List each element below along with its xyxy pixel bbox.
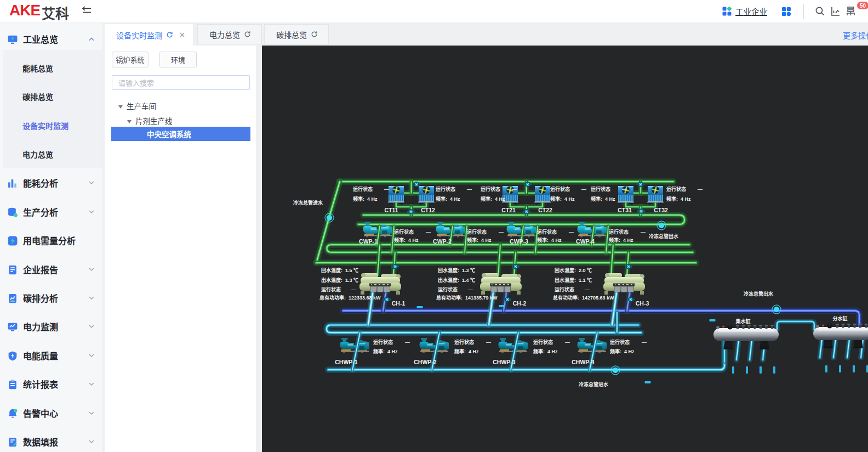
svg-text:CT11: CT11 bbox=[384, 206, 398, 214]
svg-text:—: — bbox=[468, 286, 473, 293]
svg-text:总有功功率: 141335.79 kW: 总有功功率: 141335.79 kW bbox=[436, 294, 498, 301]
svg-text:总有功功率: 142705.63 kW: 总有功功率: 142705.63 kW bbox=[553, 294, 614, 301]
svg-text:CHWP-3: CHWP-3 bbox=[493, 358, 516, 366]
svg-text:—: — bbox=[565, 338, 570, 346]
svg-text:CT12: CT12 bbox=[421, 206, 435, 214]
svg-text:运行状态: 运行状态 bbox=[481, 185, 500, 193]
svg-text:CWP-3: CWP-3 bbox=[510, 237, 528, 245]
svg-text:频率: 4 Hz: 频率: 4 Hz bbox=[537, 236, 562, 244]
svg-text:CT31: CT31 bbox=[618, 206, 632, 214]
svg-text:CHWP-1: CHWP-1 bbox=[335, 358, 358, 366]
svg-text:频率: 4 Hz: 频率: 4 Hz bbox=[550, 195, 575, 202]
svg-text:冷冻总管进水: 冷冻总管进水 bbox=[579, 381, 609, 388]
svg-text:频率: 4 Hz: 频率: 4 Hz bbox=[610, 348, 635, 355]
svg-text:运行状态: 运行状态 bbox=[555, 286, 574, 293]
svg-text:集水缸: 集水缸 bbox=[735, 318, 750, 325]
svg-text:频率: 4 Hz: 频率: 4 Hz bbox=[467, 236, 492, 244]
svg-text:冷冻总管出水: 冷冻总管出水 bbox=[649, 233, 679, 240]
svg-text:—: — bbox=[405, 338, 410, 346]
svg-text:出水温度: 1.3 ℃: 出水温度: 1.3 ℃ bbox=[321, 276, 358, 284]
svg-text:冷冻总管出水: 冷冻总管出水 bbox=[744, 290, 774, 297]
svg-text:—: — bbox=[512, 185, 517, 193]
svg-text:运行状态: 运行状态 bbox=[394, 228, 414, 235]
svg-text:频率: 4 Hz: 频率: 4 Hz bbox=[591, 195, 615, 202]
svg-text:频率: 4 Hz: 频率: 4 Hz bbox=[353, 195, 378, 202]
svg-text:频率: 4 Hz: 频率: 4 Hz bbox=[609, 236, 633, 244]
svg-text:运行状态: 运行状态 bbox=[353, 185, 373, 193]
svg-text:运行状态: 运行状态 bbox=[436, 185, 455, 193]
svg-text:分水缸: 分水缸 bbox=[832, 315, 847, 322]
svg-text:CWP-1: CWP-1 bbox=[359, 237, 378, 245]
svg-text:出水温度: 1.1 ℃: 出水温度: 1.1 ℃ bbox=[555, 276, 592, 284]
svg-text:回水温度: 2.0 ℃: 回水温度: 2.0 ℃ bbox=[555, 267, 592, 274]
svg-text:—: — bbox=[585, 286, 590, 293]
svg-text:运行状态: 运行状态 bbox=[591, 185, 610, 193]
svg-text:—: — bbox=[486, 338, 491, 346]
svg-text:频率: 4 Hz: 频率: 4 Hz bbox=[373, 348, 398, 355]
svg-text:运行状态: 运行状态 bbox=[321, 286, 341, 293]
svg-text:回水温度: 1.5 ℃: 回水温度: 1.5 ℃ bbox=[321, 267, 358, 274]
svg-text:CWP-4: CWP-4 bbox=[576, 237, 595, 245]
svg-text:—: — bbox=[642, 338, 647, 346]
svg-text:CH-1: CH-1 bbox=[392, 299, 406, 307]
svg-text:总有功功率: 122333.68 kW: 总有功功率: 122333.68 kW bbox=[319, 294, 381, 301]
svg-text:回水温度: 1.3 ℃: 回水温度: 1.3 ℃ bbox=[438, 267, 475, 274]
svg-text:—: — bbox=[581, 185, 586, 193]
svg-text:—: — bbox=[499, 228, 504, 235]
svg-text:CHWP-2: CHWP-2 bbox=[414, 358, 437, 366]
svg-text:运行状态: 运行状态 bbox=[550, 185, 570, 193]
svg-text:CT22: CT22 bbox=[538, 206, 552, 214]
svg-text:—: — bbox=[467, 185, 472, 193]
svg-text:—: — bbox=[698, 185, 703, 193]
svg-text:频率: 4 Hz: 频率: 4 Hz bbox=[533, 348, 558, 355]
svg-text:出水温度: 1.4 ℃: 出水温度: 1.4 ℃ bbox=[438, 276, 475, 284]
svg-text:—: — bbox=[641, 228, 646, 235]
svg-text:频率: 4 Hz: 频率: 4 Hz bbox=[666, 195, 691, 202]
svg-text:频率: 4 Hz: 频率: 4 Hz bbox=[454, 348, 479, 355]
svg-text:—: — bbox=[622, 185, 627, 193]
svg-text:CWP-2: CWP-2 bbox=[433, 237, 452, 245]
svg-text:运行状态: 运行状态 bbox=[438, 286, 458, 293]
svg-text:—: — bbox=[384, 185, 389, 193]
svg-text:CH-2: CH-2 bbox=[513, 299, 527, 307]
svg-text:CT32: CT32 bbox=[654, 206, 668, 214]
svg-text:—: — bbox=[426, 228, 431, 235]
svg-text:CHWP-4: CHWP-4 bbox=[572, 358, 595, 366]
svg-text:频率: 4 Hz: 频率: 4 Hz bbox=[394, 236, 419, 244]
svg-text:运行状态: 运行状态 bbox=[666, 185, 686, 193]
svg-text:运行状态: 运行状态 bbox=[467, 228, 487, 235]
svg-text:运行状态: 运行状态 bbox=[533, 338, 553, 346]
svg-text:频率: 4 Hz: 频率: 4 Hz bbox=[481, 195, 505, 202]
svg-text:运行状态: 运行状态 bbox=[373, 338, 393, 346]
svg-text:频率: 4 Hz: 频率: 4 Hz bbox=[436, 195, 460, 202]
svg-text:—: — bbox=[569, 228, 574, 235]
svg-text:运行状态: 运行状态 bbox=[609, 228, 629, 235]
svg-text:运行状态: 运行状态 bbox=[454, 338, 474, 346]
svg-text:冷冻总管进水: 冷冻总管进水 bbox=[293, 199, 323, 206]
svg-text:CT21: CT21 bbox=[501, 206, 516, 214]
svg-text:运行状态: 运行状态 bbox=[537, 228, 557, 235]
svg-text:—: — bbox=[351, 286, 356, 293]
svg-text:运行状态: 运行状态 bbox=[610, 338, 630, 346]
svg-text:CH-3: CH-3 bbox=[636, 299, 649, 307]
